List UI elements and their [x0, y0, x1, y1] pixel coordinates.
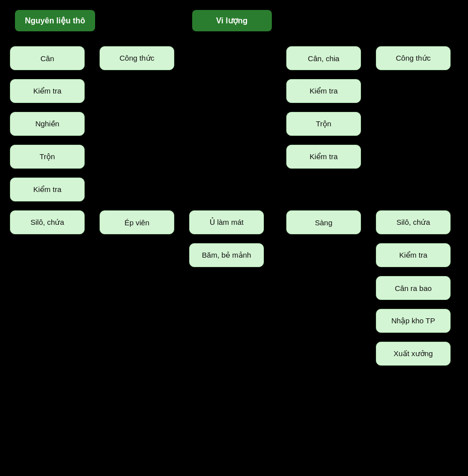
node-cong-thuc-1[interactable]: Công thức — [100, 46, 174, 70]
node-kiem-tra-4[interactable]: Kiểm tra — [286, 145, 361, 169]
node-silo-chua-1[interactable]: Silô, chứa — [10, 210, 85, 234]
node-cong-thuc-2[interactable]: Công thức — [376, 46, 451, 70]
node-kiem-tra-1[interactable]: Kiểm tra — [10, 79, 85, 103]
node-bam-be-manh[interactable]: Băm, bẻ mảnh — [189, 243, 264, 267]
node-ep-vien[interactable]: Ép viên — [100, 210, 174, 234]
node-kiem-tra-5[interactable]: Kiểm tra — [376, 243, 451, 267]
node-kiem-tra-3[interactable]: Kiểm tra — [286, 79, 361, 103]
header-row: Nguyên liệu thô Vi lượng — [10, 10, 458, 31]
node-u-lam-mat[interactable]: Ủ làm mát — [189, 210, 264, 234]
node-can-ra-bao[interactable]: Cân ra bao — [376, 276, 451, 300]
header-left: Nguyên liệu thô — [15, 10, 95, 31]
node-sang[interactable]: Sàng — [286, 210, 361, 234]
flow-diagram: Nguyên liệu thô Vi lượng Cân Kiểm tra Ng… — [0, 0, 468, 476]
node-kiem-tra-2[interactable]: Kiểm tra — [10, 178, 85, 201]
node-nghien[interactable]: Nghiền — [10, 112, 85, 136]
node-nhap-kho-tp[interactable]: Nhập kho TP — [376, 309, 451, 333]
node-silo-chua-2[interactable]: Silô, chứa — [376, 210, 451, 234]
node-can[interactable]: Cân — [10, 46, 85, 70]
node-tron-2[interactable]: Trộn — [286, 112, 361, 136]
node-xuat-xuong[interactable]: Xuất xưởng — [376, 342, 451, 366]
node-can-chia[interactable]: Cân, chia — [286, 46, 361, 70]
header-right: Vi lượng — [192, 10, 272, 31]
node-tron-1[interactable]: Trộn — [10, 145, 85, 169]
